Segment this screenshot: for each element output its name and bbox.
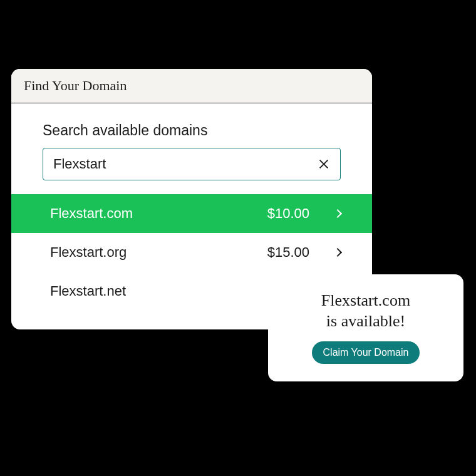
search-section: Search available domains (11, 122, 372, 180)
result-domain: Flexstart.com (50, 205, 267, 222)
panel-title: Find Your Domain (11, 69, 372, 103)
search-box[interactable] (43, 148, 341, 180)
result-row[interactable]: Flexstart.org $15.00 (11, 233, 372, 272)
claim-domain-button[interactable]: Claim Your Domain (312, 341, 420, 364)
result-price: $15.00 (267, 244, 309, 261)
result-domain: Flexstart.org (50, 244, 267, 261)
search-label: Search available domains (43, 122, 341, 139)
result-price: $10.00 (267, 205, 309, 222)
search-input[interactable] (53, 156, 318, 172)
chevron-right-icon (333, 248, 342, 257)
clear-icon[interactable] (318, 158, 330, 170)
result-row[interactable]: Flexstart.com $10.00 (11, 194, 372, 233)
popup-title: Flexstart.com is available! (281, 291, 451, 331)
popup-domain: Flexstart.com (321, 291, 410, 309)
popup-status: is available! (326, 312, 405, 330)
chevron-right-icon (333, 209, 342, 218)
availability-popup: Flexstart.com is available! Claim Your D… (268, 274, 463, 381)
